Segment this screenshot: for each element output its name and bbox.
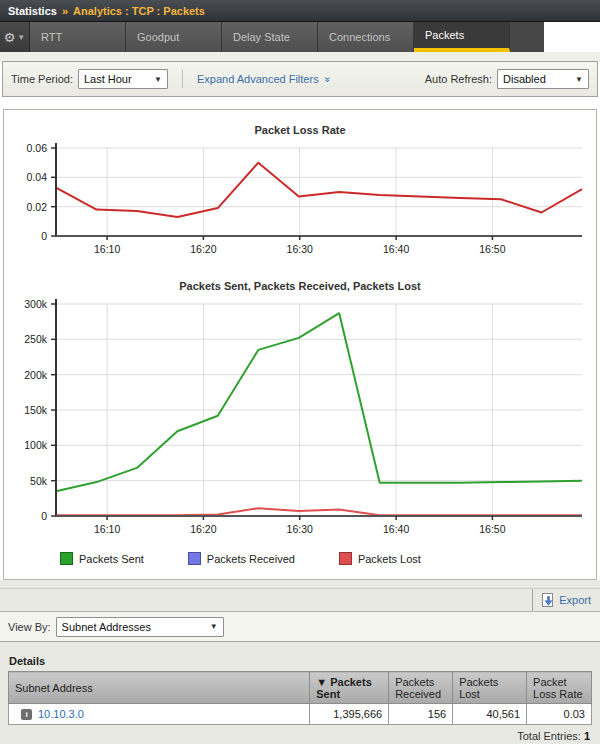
column-header-packets-lost[interactable]: Packets Lost <box>453 672 527 704</box>
view-by-label: View By: <box>8 621 51 633</box>
details-heading: Details <box>9 655 600 667</box>
column-header-packets-sent[interactable]: ▼ Packets Sent <box>310 672 389 704</box>
total-entries-label: Total Entries: <box>517 730 581 742</box>
packet-loss-chart-title: Packet Loss Rate <box>12 124 588 136</box>
expand-advanced-filters-label: Expand Advanced Filters <box>197 73 319 85</box>
svg-text:200k: 200k <box>24 369 48 381</box>
tab-bar: ⚙ ▼ RTT Goodput Delay State Connections … <box>0 22 544 52</box>
spacer <box>0 580 600 588</box>
auto-refresh-value: Disabled <box>503 73 546 85</box>
export-label: Export <box>559 594 591 606</box>
sort-descending-icon: ▼ <box>316 676 327 688</box>
column-header-packets-received[interactable]: Packets Received <box>389 672 453 704</box>
tab-connections[interactable]: Connections <box>318 22 414 52</box>
legend-item: Packets Lost <box>339 552 421 565</box>
export-toolbar: Export <box>0 588 600 612</box>
view-by-bar: View By: Subnet Addresses ▼ <box>0 612 600 642</box>
spacer <box>0 97 600 109</box>
breadcrumb-separator: » <box>62 5 68 17</box>
table-row: i 10.10.3.0 1,395,666 156 40,561 0.03 <box>9 704 592 725</box>
details-table: Subnet Address ▼ Packets Sent Packets Re… <box>8 671 592 725</box>
total-entries: Total Entries: 1 <box>0 730 590 742</box>
svg-text:0.02: 0.02 <box>27 201 48 213</box>
expand-advanced-filters-link[interactable]: Expand Advanced Filters » <box>197 73 330 85</box>
total-entries-value: 1 <box>584 730 590 742</box>
legend-item: Packets Received <box>188 552 295 565</box>
svg-text:50k: 50k <box>30 475 48 487</box>
time-period-label: Time Period: <box>11 73 73 85</box>
svg-text:150k: 150k <box>24 404 48 416</box>
svg-text:0: 0 <box>41 510 47 522</box>
packets-chart-title: Packets Sent, Packets Received, Packets … <box>12 280 588 292</box>
cell-packet-loss-rate: 0.03 <box>527 704 592 725</box>
gear-icon: ⚙ <box>4 31 16 44</box>
svg-text:16:40: 16:40 <box>383 243 409 255</box>
spacer <box>0 52 600 61</box>
time-period-value: Last Hour <box>84 73 132 85</box>
legend-swatch <box>60 552 73 565</box>
info-icon[interactable]: i <box>21 709 32 720</box>
tab-delay-state[interactable]: Delay State <box>222 22 318 52</box>
tab-rtt[interactable]: RTT <box>30 22 126 52</box>
view-by-value: Subnet Addresses <box>62 621 151 633</box>
dropdown-arrow-icon: ▼ <box>154 75 162 84</box>
column-header-packet-loss-rate[interactable]: Packet Loss Rate <box>527 672 592 704</box>
column-header-subnet-address[interactable]: Subnet Address <box>9 672 310 704</box>
breadcrumb-path: Analytics : TCP : Packets <box>73 5 205 17</box>
svg-text:16:30: 16:30 <box>287 523 313 535</box>
svg-text:16:50: 16:50 <box>479 243 505 255</box>
breadcrumb: Statistics » Analytics : TCP : Packets <box>0 0 600 22</box>
dropdown-arrow-icon: ▼ <box>575 75 583 84</box>
legend-label: Packets Sent <box>79 553 144 565</box>
page: Statistics » Analytics : TCP : Packets ⚙… <box>0 0 600 749</box>
breadcrumb-root: Statistics <box>8 5 57 17</box>
dropdown-arrow-icon: ▼ <box>210 622 218 631</box>
auto-refresh-select[interactable]: Disabled ▼ <box>497 69 589 89</box>
view-by-select[interactable]: Subnet Addresses ▼ <box>56 617 224 637</box>
svg-text:16:30: 16:30 <box>287 243 313 255</box>
svg-text:16:20: 16:20 <box>190 243 216 255</box>
svg-text:16:40: 16:40 <box>383 523 409 535</box>
svg-text:16:10: 16:10 <box>94 523 120 535</box>
packets-sent-received-lost-chart: 050k100k150k200k250k300k16:1016:2016:301… <box>12 294 588 546</box>
svg-text:16:20: 16:20 <box>190 523 216 535</box>
legend-swatch <box>339 552 352 565</box>
svg-text:16:10: 16:10 <box>94 243 120 255</box>
svg-text:100k: 100k <box>24 439 48 451</box>
cell-packets-lost: 40,561 <box>453 704 527 725</box>
details-header-row: Subnet Address ▼ Packets Sent Packets Re… <box>9 672 592 704</box>
chart-legend: Packets SentPackets ReceivedPackets Lost <box>60 552 588 565</box>
subnet-address-link[interactable]: 10.10.3.0 <box>38 708 84 720</box>
legend-item: Packets Sent <box>60 552 144 565</box>
svg-text:16:50: 16:50 <box>479 523 505 535</box>
divider <box>182 70 183 88</box>
svg-text:0: 0 <box>41 230 47 242</box>
export-document-icon <box>541 593 555 608</box>
svg-text:0.06: 0.06 <box>27 142 48 154</box>
double-chevron-icon: » <box>322 77 333 83</box>
packet-loss-rate-chart: 00.020.040.0616:1016:2016:3016:4016:50 <box>12 138 588 266</box>
svg-text:250k: 250k <box>24 333 48 345</box>
auto-refresh-label: Auto Refresh: <box>425 73 492 85</box>
chart-panel: Packet Loss Rate 00.020.040.0616:1016:20… <box>3 109 597 580</box>
chevron-down-icon: ▼ <box>17 33 25 42</box>
filter-bar: Time Period: Last Hour ▼ Expand Advanced… <box>2 61 598 97</box>
legend-swatch <box>188 552 201 565</box>
time-period-select[interactable]: Last Hour ▼ <box>78 69 168 89</box>
tab-packets[interactable]: Packets <box>414 22 510 52</box>
legend-label: Packets Received <box>207 553 295 565</box>
export-button[interactable]: Export <box>532 589 600 611</box>
cell-packets-sent: 1,395,666 <box>310 704 389 725</box>
cell-packets-received: 156 <box>389 704 453 725</box>
tab-goodput[interactable]: Goodput <box>126 22 222 52</box>
settings-menu-button[interactable]: ⚙ ▼ <box>0 22 30 52</box>
svg-text:0.04: 0.04 <box>27 171 48 183</box>
lower-section: Export View By: Subnet Addresses ▼ Detai… <box>0 580 600 744</box>
legend-label: Packets Lost <box>358 553 421 565</box>
svg-text:300k: 300k <box>24 298 48 310</box>
